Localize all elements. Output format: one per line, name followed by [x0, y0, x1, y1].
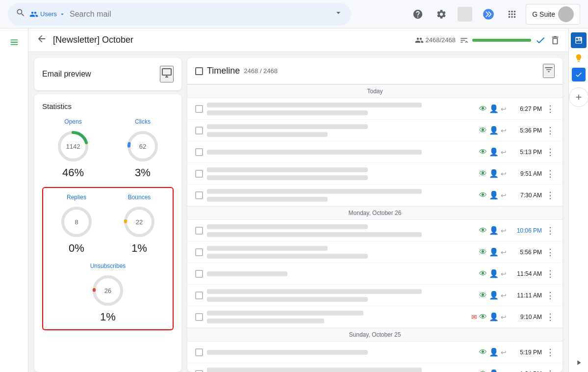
reply-icon: ↩ — [501, 292, 507, 299]
replies-donut: 8 — [59, 205, 94, 239]
more-button[interactable]: ⋮ — [546, 369, 555, 372]
right-sidebar — [568, 28, 588, 372]
row-time: 9:10 AM — [512, 314, 542, 320]
table-row[interactable]: 👁 👤 ↩ 11:11 AM ⋮ — [187, 285, 562, 306]
person-icon: 👤 — [489, 104, 499, 113]
person-icon: 👤 — [489, 369, 499, 372]
gsuite-button[interactable]: G Suite — [526, 4, 580, 25]
sidebar-icon-1[interactable] — [4, 32, 24, 52]
expand-icon[interactable] — [575, 359, 583, 368]
row-checkbox[interactable] — [195, 227, 203, 235]
content-area: [Newsletter] October 2468/2468 Em — [28, 28, 568, 372]
row-line — [207, 254, 368, 259]
tasks-right-icon[interactable] — [572, 68, 586, 81]
account-switcher-button[interactable] — [455, 4, 475, 24]
row-icons: 👁 👤 ↩ — [479, 126, 507, 135]
users-button[interactable]: Users — [29, 10, 66, 19]
row-line — [207, 350, 368, 355]
more-button[interactable]: ⋮ — [546, 290, 555, 301]
two-col-layout: Email preview Statistics Opens — [28, 52, 568, 372]
bounces-value: 22 — [136, 218, 143, 226]
more-button[interactable]: ⋮ — [546, 190, 555, 201]
row-checkbox[interactable] — [195, 292, 203, 299]
sheets-right-icon[interactable] — [571, 32, 587, 48]
monitor-button[interactable] — [160, 66, 174, 82]
apps-button[interactable] — [502, 4, 522, 24]
row-icons: 👁 👤 ↩ — [479, 347, 507, 357]
row-checkbox[interactable] — [195, 105, 203, 113]
more-button[interactable]: ⋮ — [546, 347, 555, 358]
more-button[interactable]: ⋮ — [546, 147, 555, 158]
ideas-right-icon[interactable] — [571, 50, 587, 66]
settings-button[interactable] — [432, 4, 451, 24]
search-icon[interactable] — [16, 8, 26, 20]
row-checkbox[interactable] — [195, 248, 203, 256]
row-line — [207, 189, 422, 194]
search-dropdown-icon[interactable] — [333, 8, 343, 20]
row-content — [207, 368, 475, 372]
stat-unsubscribes: Unsubscribes 26 1% — [49, 263, 167, 323]
more-button[interactable]: ⋮ — [546, 104, 555, 114]
page-title: [Newsletter] October — [53, 35, 133, 45]
person-icon: 👤 — [489, 226, 499, 235]
row-checkbox[interactable] — [195, 313, 203, 321]
row-content — [207, 271, 475, 276]
eye-icon: 👁 — [479, 348, 487, 357]
row-checkbox[interactable] — [195, 370, 203, 372]
more-button[interactable]: ⋮ — [546, 312, 555, 322]
timeline-select-all[interactable] — [195, 67, 203, 75]
opens-percent: 46% — [62, 166, 84, 179]
row-checkbox[interactable] — [195, 191, 203, 199]
row-line — [207, 150, 422, 155]
row-checkbox[interactable] — [195, 270, 203, 278]
back-button[interactable] — [36, 33, 47, 47]
statistics-title: Statistics — [42, 102, 174, 110]
email-unsubscribe-icon: ✉ — [471, 313, 477, 321]
more-button[interactable]: ⋮ — [546, 168, 555, 179]
row-content — [207, 350, 475, 355]
table-row[interactable]: 👁 👤 ↩ 11:54 AM ⋮ — [187, 263, 562, 285]
table-row[interactable]: 👁 👤 ↩ 10:06 PM ⋮ — [187, 220, 562, 241]
row-checkbox[interactable] — [195, 127, 203, 134]
progress-fill — [472, 39, 531, 42]
more-button[interactable]: ⋮ — [546, 125, 555, 136]
clicks-label: Clicks — [135, 118, 151, 125]
reply-icon: ↩ — [501, 348, 507, 356]
table-row[interactable]: 👁 👤 ↩ 5:56 PM ⋮ — [187, 241, 562, 263]
bounces-label: Bounces — [128, 194, 151, 201]
gmail-button[interactable] — [479, 4, 498, 24]
opens-donut: 1142 — [56, 129, 90, 163]
table-row[interactable]: 👁 👤 ↩ 5:19 PM ⋮ — [187, 342, 562, 363]
row-icons: 👁 👤 ↩ — [479, 269, 507, 278]
row-checkbox[interactable] — [195, 148, 203, 156]
row-checkbox[interactable] — [195, 348, 203, 356]
eye-icon: 👁 — [479, 269, 487, 278]
reply-icon: ↩ — [501, 270, 507, 278]
row-line — [207, 311, 363, 316]
add-button[interactable] — [569, 87, 588, 107]
stat-replies: Replies 8 0% — [49, 194, 104, 255]
timeline-title: Timeline — [207, 66, 240, 76]
row-icons: 👁 👤 ↩ — [479, 369, 507, 372]
search-input[interactable] — [70, 10, 330, 19]
table-row[interactable]: 👁 👤 ↩ 5:13 PM ⋮ — [187, 141, 562, 163]
table-row[interactable]: 👁 👤 ↩ 6:27 PM ⋮ — [187, 98, 562, 120]
bounces-percent: 1% — [131, 242, 147, 255]
table-row[interactable]: 👁 👤 ↩ 7:30 AM ⋮ — [187, 185, 562, 206]
more-button[interactable]: ⋮ — [546, 247, 555, 258]
table-row[interactable]: ✉ 👁 👤 ↩ 9:10 AM ⋮ — [187, 306, 562, 328]
filter-button[interactable] — [543, 64, 555, 78]
table-row[interactable]: 👁 👤 ↩ 5:36 PM ⋮ — [187, 120, 562, 141]
users-label: Users — [40, 10, 57, 18]
eye-icon: 👁 — [479, 148, 487, 157]
row-icons: 👁 👤 ↩ — [479, 190, 507, 200]
table-row[interactable]: 👁 👤 ↩ 1:34 PM ⋮ — [187, 363, 562, 372]
more-button[interactable]: ⋮ — [546, 268, 555, 279]
row-line — [207, 167, 368, 172]
row-checkbox[interactable] — [195, 170, 203, 178]
table-row[interactable]: 👁 👤 ↩ 9:51 AM ⋮ — [187, 163, 562, 185]
search-bar[interactable]: Users — [8, 3, 351, 26]
more-button[interactable]: ⋮ — [546, 225, 555, 236]
row-line — [207, 103, 422, 107]
help-button[interactable] — [408, 4, 428, 24]
